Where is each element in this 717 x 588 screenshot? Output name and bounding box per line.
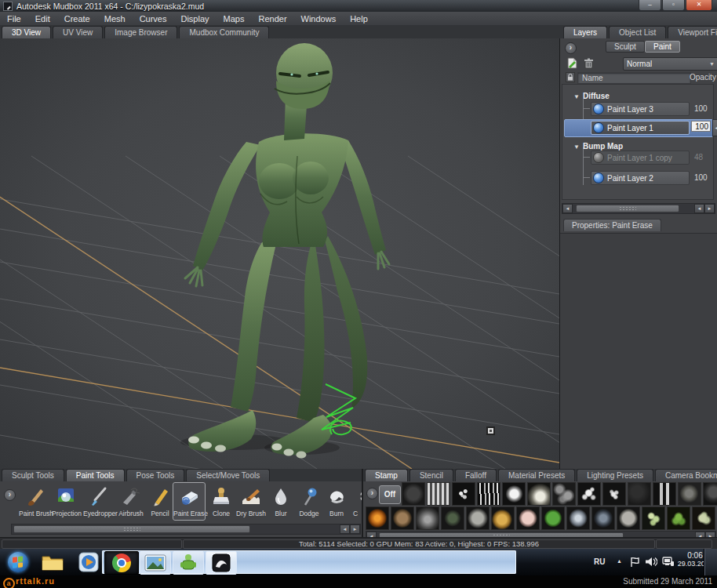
tool-burn[interactable]: Burn (321, 485, 352, 517)
stamp-thumb[interactable] (577, 482, 601, 506)
show-desktop-button[interactable] (704, 549, 717, 575)
new-layer-icon[interactable] (566, 57, 578, 69)
opacity-spinner[interactable]: ◄ (712, 119, 717, 136)
delete-layer-icon[interactable] (584, 58, 594, 69)
stamp-thumb[interactable] (703, 482, 717, 506)
menu-windows[interactable]: Windows (294, 13, 344, 25)
scrollbar-thumb[interactable] (576, 205, 679, 212)
stamp-thumb[interactable] (452, 482, 475, 506)
tool-paint-brush[interactable]: Paint Brush (19, 485, 50, 517)
stamp-thumb[interactable] (628, 482, 651, 506)
tool-pencil[interactable]: Pencil (144, 485, 176, 517)
stamp-thumb[interactable] (617, 506, 640, 530)
scroll-left-icon[interactable]: ◄ (340, 524, 350, 534)
tab-paint-tools[interactable]: Paint Tools (66, 469, 125, 481)
stamp-thumb[interactable] (391, 506, 414, 530)
tab-camera-bookmarks[interactable]: Camera Bookmarks (655, 469, 717, 481)
stamp-thumb[interactable] (552, 482, 576, 506)
tool-blur[interactable]: Blur (265, 485, 297, 517)
stamp-off-button[interactable]: Off (379, 485, 401, 504)
stamp-thumb[interactable] (416, 506, 439, 530)
tab-lighting-presets[interactable]: Lighting Presets (577, 469, 653, 481)
stamp-thumb[interactable] (541, 506, 565, 530)
stamp-thumb[interactable] (653, 482, 676, 506)
panel-expand-icon[interactable]: › (565, 42, 577, 54)
3d-viewport[interactable] (0, 38, 559, 469)
media-player-icon[interactable] (74, 551, 104, 573)
tool-clipped[interactable]: C (349, 485, 362, 517)
stamp-thumb[interactable] (441, 506, 464, 530)
layer-visibility-icon[interactable] (593, 172, 604, 183)
tool-projection[interactable]: Projection (51, 485, 82, 517)
paint-mode-button[interactable]: Paint (645, 41, 680, 53)
stamp-thumb[interactable] (477, 482, 500, 506)
explorer-icon[interactable] (38, 551, 67, 573)
tab-layers[interactable]: Layers (563, 26, 607, 38)
tool-airbrush[interactable]: Airbrush (115, 485, 147, 517)
panel-expand-icon[interactable]: › (366, 488, 378, 499)
tab-select-move-tools[interactable]: Select/Move Tools (186, 469, 270, 481)
stamp-thumb[interactable] (491, 506, 515, 530)
tab-3d-view[interactable]: 3D View (2, 26, 51, 38)
stamp-thumb[interactable] (678, 482, 701, 506)
tab-sculpt-tools[interactable]: Sculpt Tools (2, 469, 64, 481)
scroll-left-icon[interactable]: ◄ (694, 204, 704, 213)
scroll-right-icon[interactable]: ► (350, 524, 360, 534)
stamp-thumb[interactable] (527, 482, 551, 506)
mudbox-taskbar-icon[interactable] (206, 551, 237, 575)
volume-icon[interactable] (645, 557, 657, 567)
tray-language[interactable]: RU (594, 557, 605, 566)
properties-tab[interactable]: Properties: Paint Erase (563, 219, 661, 231)
scrollbar-thumb[interactable] (13, 525, 250, 533)
menu-render[interactable]: Render (251, 13, 293, 25)
menu-maps[interactable]: Maps (217, 13, 252, 25)
layers-scrollbar[interactable]: ◄ ◄ ► (562, 203, 715, 214)
menu-create[interactable]: Create (57, 13, 97, 25)
sculpt-mode-button[interactable]: Sculpt (606, 41, 645, 53)
action-center-flag-icon[interactable] (629, 557, 640, 568)
stamp-thumb[interactable] (427, 482, 450, 506)
menu-file[interactable]: File (0, 13, 28, 25)
stamp-thumb[interactable] (692, 506, 715, 530)
scroll-left-icon[interactable]: ◄ (562, 204, 573, 213)
menu-curves[interactable]: Curves (133, 13, 174, 25)
minimize-button[interactable]: – (639, 0, 661, 11)
tab-uv-view[interactable]: UV View (53, 26, 103, 38)
stamp-thumb[interactable] (402, 482, 425, 506)
layer-group-diffuse[interactable]: ▼Diffuse (573, 88, 610, 102)
layer-opacity-input[interactable]: 100 (691, 121, 711, 132)
layer-opacity[interactable]: 48 (694, 153, 703, 162)
panel-expand-icon[interactable]: › (4, 489, 16, 501)
tool-dry-brush[interactable]: Dry Brush (235, 485, 267, 517)
stamp-thumb[interactable] (602, 482, 626, 506)
stamp-thumb[interactable] (591, 506, 615, 530)
tool-clone[interactable]: Clone (206, 485, 237, 517)
stamp-thumb[interactable] (516, 506, 540, 530)
stamp-thumb[interactable] (667, 506, 690, 530)
group-collapse-icon[interactable]: ▼ (573, 143, 580, 151)
layer-opacity[interactable]: 100 (694, 173, 708, 182)
tools-scrollbar[interactable]: ◄ ► (11, 524, 361, 535)
tray-expand-icon[interactable]: ▲ (617, 558, 622, 564)
tab-material-presets[interactable]: Material Presets (498, 469, 575, 481)
tab-stencil[interactable]: Stencil (409, 469, 453, 481)
layer-opacity[interactable]: 100 (694, 104, 708, 113)
scroll-right-icon[interactable]: ► (704, 204, 715, 213)
tool-dodge[interactable]: Dodge (293, 485, 325, 517)
tab-object-list[interactable]: Object List (609, 26, 666, 38)
tab-falloff[interactable]: Falloff (455, 469, 497, 481)
green-utility-icon[interactable] (173, 551, 204, 575)
close-button[interactable]: ✕ (686, 0, 712, 11)
tool-eyedropper[interactable]: Eyedropper (83, 485, 115, 517)
start-button[interactable] (3, 551, 33, 573)
layer-visibility-icon[interactable] (593, 152, 604, 163)
stamp-thumb[interactable] (466, 506, 490, 530)
menu-display[interactable]: Display (173, 13, 216, 25)
tab-mudbox-community[interactable]: Mudbox Community (179, 26, 269, 38)
stamp-thumb[interactable] (502, 482, 526, 506)
group-collapse-icon[interactable]: ▼ (573, 93, 580, 100)
tab-viewport-filters[interactable]: Viewport Filters (668, 26, 717, 38)
maximize-button[interactable]: ▫ (662, 0, 685, 11)
menu-mesh[interactable]: Mesh (97, 13, 133, 25)
layer-visibility-icon[interactable] (593, 122, 604, 133)
